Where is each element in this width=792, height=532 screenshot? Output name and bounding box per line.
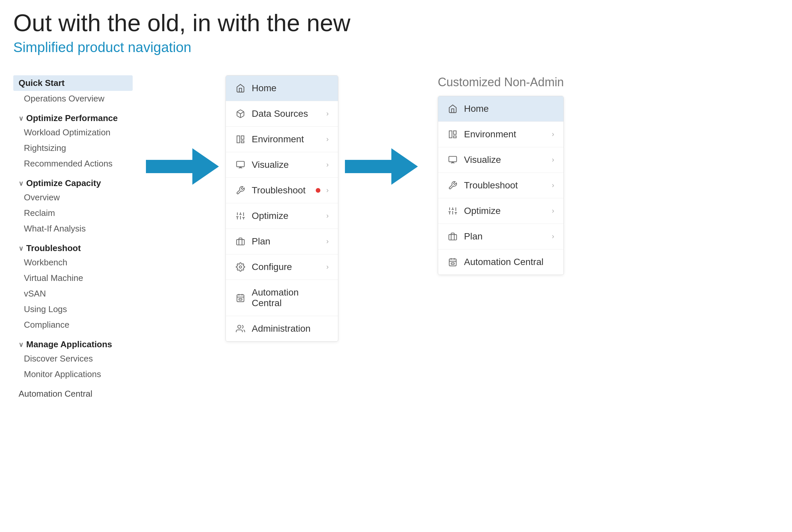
- old-nav-item-workload-optimization[interactable]: Workload Optimization: [13, 125, 133, 140]
- middle-nav-item-optimize[interactable]: Optimize›: [226, 203, 338, 229]
- svg-rect-4: [236, 162, 244, 167]
- arrow-body-1: [146, 160, 192, 173]
- middle-nav-item-home[interactable]: Home: [226, 76, 338, 101]
- arrow-2: [345, 148, 418, 185]
- middle-nav-item-data-sources[interactable]: Data Sources›: [226, 101, 338, 127]
- nav-item-label: Administration: [252, 323, 329, 334]
- middle-nav-item-troubleshoot[interactable]: Troubleshoot›: [226, 178, 338, 203]
- old-nav-item-operations-overview[interactable]: Operations Overview: [13, 91, 133, 107]
- section-label: Optimize Performance: [26, 113, 118, 124]
- troubleshoot-icon: [235, 185, 246, 196]
- middle-nav-item-environment[interactable]: Environment›: [226, 127, 338, 152]
- nav-item-label: Visualize: [464, 155, 546, 165]
- old-nav-item-monitor-applications[interactable]: Monitor Applications: [13, 366, 133, 382]
- nav-item-label: Troubleshoot: [252, 185, 308, 196]
- home-icon: [447, 103, 458, 114]
- nav-item-label: Environment: [464, 129, 546, 140]
- old-nav-item-troubleshoot[interactable]: ∨Troubleshoot: [13, 239, 133, 255]
- old-nav-item-reclaim[interactable]: Reclaim: [13, 205, 133, 221]
- old-nav-item-what-if-analysis[interactable]: What-If Analysis: [13, 221, 133, 236]
- svg-rect-42: [451, 263, 454, 265]
- old-nav-item-virtual-machine[interactable]: Virtual Machine: [13, 270, 133, 286]
- nav-item-label: Configure: [252, 262, 321, 272]
- right-section-title: Customized Non-Admin: [438, 75, 779, 89]
- old-nav-item-quick-start[interactable]: Quick Start: [13, 75, 133, 91]
- right-nav-item-optimize[interactable]: Optimize›: [438, 198, 563, 224]
- old-nav-item-manage-applications[interactable]: ∨Manage Applications: [13, 335, 133, 351]
- right-nav-item-environment[interactable]: Environment›: [438, 122, 563, 147]
- chevron-right-icon: ›: [552, 232, 554, 241]
- visualize-icon: [235, 159, 246, 170]
- automation-icon: [235, 292, 246, 303]
- old-nav-item-automation-central[interactable]: Automation Central: [13, 386, 133, 402]
- nav-item-label: Plan: [464, 231, 546, 242]
- old-nav-item-workbench[interactable]: Workbench: [13, 255, 133, 270]
- nav-item-label: Data Sources: [252, 109, 321, 119]
- nav-item-label: Optimize: [464, 206, 546, 216]
- chevron-right-icon: ›: [552, 181, 554, 190]
- plan-icon: [447, 231, 458, 242]
- right-nav-item-troubleshoot[interactable]: Troubleshoot›: [438, 173, 563, 198]
- content-area: Quick StartOperations Overview∨Optimize …: [13, 75, 779, 402]
- chevron-right-icon: ›: [326, 237, 329, 246]
- svg-rect-38: [449, 259, 456, 266]
- troubleshoot-icon: [447, 180, 458, 191]
- chevron-right-icon: ›: [326, 110, 329, 118]
- right-nav-panel: HomeEnvironment›Visualize›Troubleshoot›O…: [438, 96, 564, 275]
- chevron-icon: ∨: [19, 179, 23, 187]
- right-section: Customized Non-Admin HomeEnvironment›Vis…: [425, 75, 779, 275]
- home-icon: [235, 83, 246, 94]
- svg-rect-21: [239, 299, 242, 301]
- right-nav-item-visualize[interactable]: Visualize›: [438, 147, 563, 173]
- visualize-icon: [447, 155, 458, 165]
- chevron-right-icon: ›: [326, 186, 329, 195]
- nav-item-label: Plan: [252, 236, 321, 247]
- old-nav-item-compliance[interactable]: Compliance: [13, 317, 133, 332]
- page-title: Out with the old, in with the new: [13, 10, 779, 36]
- svg-rect-17: [237, 295, 244, 302]
- old-nav-item-recommended-actions[interactable]: Recommended Actions: [13, 156, 133, 171]
- automation-icon: [447, 257, 458, 267]
- right-nav-item-plan[interactable]: Plan›: [438, 224, 563, 249]
- nav-item-label: Visualize: [252, 159, 321, 170]
- chevron-icon: ∨: [19, 341, 23, 348]
- old-navigation: Quick StartOperations Overview∨Optimize …: [13, 75, 139, 402]
- optimize-icon: [235, 211, 246, 221]
- svg-rect-37: [449, 234, 456, 240]
- svg-rect-24: [453, 131, 456, 135]
- notification-dot: [316, 188, 321, 193]
- environment-icon: [447, 129, 458, 140]
- middle-nav-item-configure[interactable]: Configure›: [226, 254, 338, 280]
- middle-nav-item-automation-central[interactable]: Automation Central: [226, 280, 338, 316]
- administration-icon: [235, 323, 246, 334]
- old-nav-item-optimize-capacity[interactable]: ∨Optimize Capacity: [13, 174, 133, 190]
- chevron-icon: ∨: [19, 244, 23, 252]
- right-nav-item-home[interactable]: Home: [438, 96, 563, 122]
- svg-rect-23: [449, 131, 452, 138]
- nav-item-label: Troubleshoot: [464, 180, 546, 191]
- arrow-head-2: [391, 148, 418, 185]
- environment-icon: [235, 134, 246, 145]
- middle-nav-item-plan[interactable]: Plan›: [226, 229, 338, 254]
- optimize-icon: [447, 206, 458, 216]
- chevron-right-icon: ›: [326, 135, 329, 144]
- old-nav-item-rightsizing[interactable]: Rightsizing: [13, 140, 133, 156]
- old-nav-item-using-logs[interactable]: Using Logs: [13, 302, 133, 317]
- arrow-head-1: [192, 148, 219, 185]
- section-label: Troubleshoot: [26, 243, 81, 253]
- svg-point-22: [238, 325, 241, 328]
- old-nav-item-vsan[interactable]: vSAN: [13, 286, 133, 302]
- nav-item-label: Optimize: [252, 211, 321, 221]
- plan-icon: [235, 236, 246, 247]
- svg-rect-25: [453, 136, 456, 138]
- nav-item-label: Environment: [252, 134, 321, 145]
- section-label: Manage Applications: [26, 339, 112, 349]
- middle-nav-item-administration[interactable]: Administration: [226, 316, 338, 341]
- right-nav-item-automation-central[interactable]: Automation Central: [438, 249, 563, 274]
- middle-nav-item-visualize[interactable]: Visualize›: [226, 152, 338, 178]
- old-nav-item-discover-services[interactable]: Discover Services: [13, 351, 133, 366]
- chevron-right-icon: ›: [552, 207, 554, 215]
- old-nav-item-optimize-performance[interactable]: ∨Optimize Performance: [13, 109, 133, 125]
- chevron-right-icon: ›: [552, 155, 554, 164]
- old-nav-item-overview[interactable]: Overview: [13, 190, 133, 205]
